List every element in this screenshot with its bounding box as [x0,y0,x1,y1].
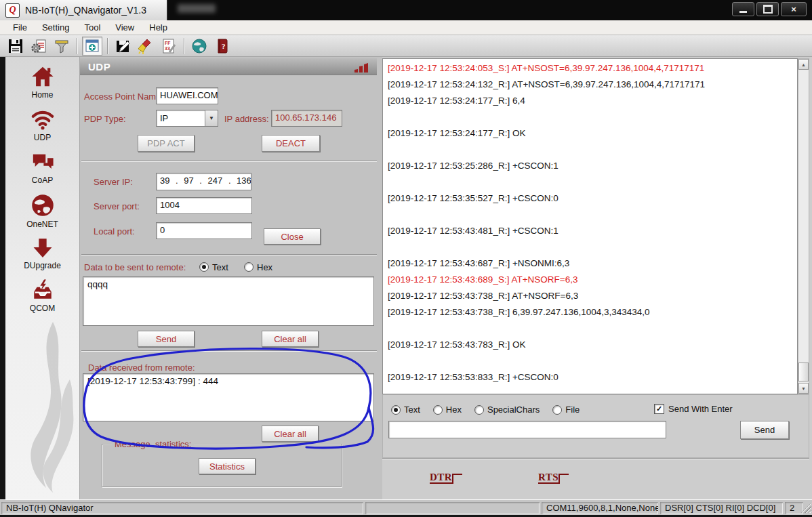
command-input[interactable] [388,421,666,438]
menu-item[interactable]: View [108,21,142,34]
sidebar-item-label: CoAP [32,175,53,185]
signal-bars-icon [354,62,370,73]
apn-input[interactable]: HUAWEI.COM [156,87,218,104]
send-with-enter-option[interactable]: ✓ Send With Enter [654,404,733,414]
terminal-tray-icon [30,278,56,302]
server-ip-input[interactable]: 39 . 97 . 247 . 136 [156,173,251,190]
clear-all-recv-button[interactable]: Clear all [262,426,319,442]
sidebar-item-udp[interactable]: UDP [5,108,79,150]
radio-icon [391,405,401,415]
chevron-down-icon[interactable]: ▼ [205,110,218,126]
format-radio-option[interactable]: File [552,405,580,415]
format-radio-option[interactable]: SpecialChars [474,405,540,415]
clear-all-send-button[interactable]: Clear all [262,331,319,347]
deact-button[interactable]: DEACT [262,135,320,152]
server-port-input[interactable]: 1004 [156,197,252,214]
status-port-info: COM11,9600,8,1,None,None [542,502,658,514]
toolbar: FF33 ? [0,35,812,57]
format-radio-option[interactable]: Text [391,405,420,415]
scroll-down-icon[interactable]: ▼ [798,383,809,394]
maximize-button[interactable] [756,2,779,16]
checkbox-checked-icon: ✓ [654,404,664,414]
ip-address-label: IP address: [224,114,269,124]
sidebar-item-qcom[interactable]: QCOM [5,278,79,321]
menu-item[interactable]: Setting [35,21,77,34]
settings-icon[interactable] [28,37,49,56]
send-data-textarea[interactable]: qqqq [83,276,374,326]
statistics-button[interactable]: Statistics [199,458,256,474]
send-radio-text[interactable]: Text [199,261,228,273]
signal-indicator-row: DTR RTS [382,458,809,500]
wifi-icon [30,108,56,131]
local-port-input[interactable]: 0 [156,222,252,239]
dtr-indicator[interactable]: DTR [430,472,462,484]
save-icon[interactable] [5,37,26,56]
close-udp-button[interactable]: Close [264,228,321,245]
panel-title: UDP [80,61,110,73]
log-line: [2019-12-17 12:53:24:132_R:] AT+NSOST=6,… [388,77,792,93]
recv-data-label: Data received from remote: [88,363,195,373]
log-line [388,353,792,369]
log-line: [2019-12-17 12:53:35:527_R:] +CSCON:0 [388,190,792,207]
menu-item[interactable]: Tool [77,21,108,34]
pdp-type-select[interactable]: IP ▼ [156,110,218,127]
server-ip-label: Server IP: [94,177,133,187]
log-line: [2019-12-17 12:53:43:689_S:] AT+NSORF=6,… [388,272,792,288]
minimize-button[interactable] [732,2,754,16]
log-line: [2019-12-17 12:53:24:177_R:] 6,4 [388,93,792,109]
send-data-label: Data to be sent to remote: [84,262,186,272]
log-line: [2019-12-17 12:53:53:833_R:] +CSCON:0 [388,369,792,386]
send-button[interactable]: Send [138,331,195,347]
globe-red-icon [30,193,56,218]
log-scrollbar[interactable]: ▲ ▼ [798,58,809,394]
at-log-output[interactable]: [2019-12-17 12:53:24:053_S:] AT+NSOST=6,… [382,58,798,394]
title-bar-left: Q NB-IoT(H)_QNavigator_V1.3 [0,0,167,20]
rts-indicator[interactable]: RTS [538,472,569,484]
radio-label: Text [404,405,420,415]
sidebar-item-coap[interactable]: CoAP [5,150,79,193]
checkbox-label: Send With Enter [668,404,733,414]
rts-label: RTS [538,472,559,484]
send-command-button[interactable]: Send [740,421,789,439]
pdp-act-button[interactable]: PDP ACT [138,135,195,152]
connect-icon[interactable] [82,37,102,56]
pdp-type-label: PDP Type: [84,114,126,124]
sidebar-item-onenet[interactable]: OneNET [5,193,79,236]
sidebar-item-label: DUpgrade [24,261,61,270]
help-icon[interactable]: ? [212,37,232,56]
app-logo-icon: Q [5,3,20,18]
format-radio-option[interactable]: Hex [433,405,462,415]
recv-data-textarea[interactable]: [2019-12-17 12:53:43:799] : 444 [83,373,374,421]
hex-file-icon[interactable]: FF33 [159,37,179,56]
clear-icon[interactable] [136,37,156,56]
download-arrow-icon [30,236,56,259]
message-statistics-label: Message statistics: [112,439,194,449]
send-radio-hex[interactable]: Hex [244,261,272,273]
toolbar-separator [107,38,108,54]
log-line [388,207,792,223]
command-input-area: Text Hex SpecialChars File ✓ Send With E… [382,394,809,458]
message-statistics-group: Message statistics: Statistics [102,444,342,487]
log-line: [2019-12-17 12:53:43:783_R:] OK [388,337,792,353]
status-empty-segment [365,502,540,514]
scroll-up-icon[interactable]: ▲ [798,59,809,70]
sidebar-item-home[interactable]: Home [5,65,79,108]
menu-item[interactable]: File [5,21,35,34]
udp-panel-header: UDP [80,58,377,75]
save-log-icon[interactable] [113,37,133,56]
menu-item[interactable]: Help [142,21,175,34]
radio-label: SpecialChars [487,405,540,415]
minimize-icon [739,11,747,13]
radio-label: Hex [446,405,462,415]
filter-icon[interactable] [52,37,72,56]
scrollbar-thumb[interactable] [798,363,809,381]
svg-text:33: 33 [165,46,170,51]
radio-icon [244,262,253,272]
close-button[interactable]: × [781,2,807,16]
apn-label: Access Point Name: [84,91,163,102]
sidebar-item-dupgrade[interactable]: DUpgrade [5,236,79,278]
radio-label: File [565,405,580,415]
sidebar: Home UDP CoAP OneNET DUpgrade QCOM [5,57,80,499]
sidebar-item-label: QCOM [30,304,55,313]
globe-icon[interactable] [189,37,209,56]
